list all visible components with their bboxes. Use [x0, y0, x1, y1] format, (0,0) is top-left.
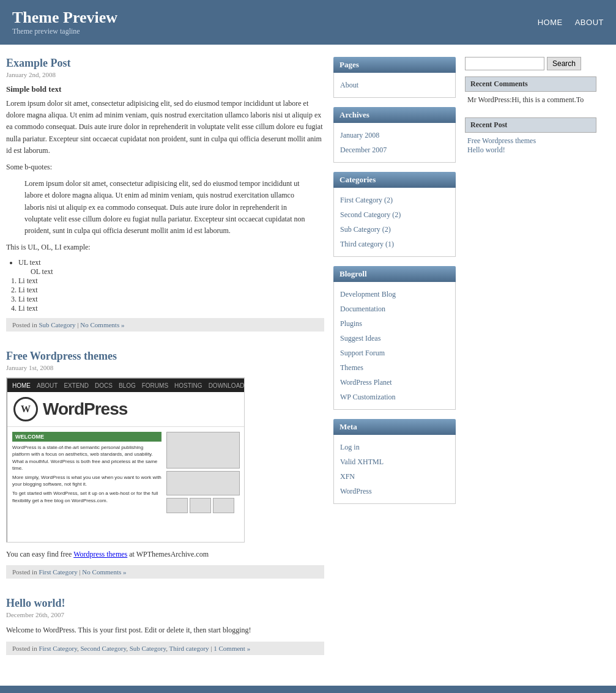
post-body-1: Lorem ipsum dolor sit amet, consectetur …: [6, 98, 324, 157]
post-date-hello: December 26th, 2007: [6, 611, 324, 618]
widget-recent-comments: Recent Comments Mr WordPress:Hi, this is…: [465, 76, 596, 108]
blogroll-plugins[interactable]: Plugins: [340, 316, 449, 331]
archives-link-dec2007[interactable]: December 2007: [340, 143, 449, 157]
post-body-hello: Welcome to WordPress. This is your first…: [6, 624, 324, 636]
wp-screenshot: HOME ABOUT EXTEND DOCS BLOG FORUMS HOSTI…: [6, 377, 245, 543]
post-cat-link-2[interactable]: First Category: [39, 568, 77, 576]
meta-xhtml[interactable]: Valid XHTML: [340, 454, 449, 469]
post-cat-link-3c[interactable]: Sub Category: [130, 645, 166, 652]
recent-post-1[interactable]: Free Wordpress themes: [467, 136, 536, 145]
widget-meta: Meta Log in Valid XHTML XFN WordPress: [333, 419, 456, 504]
widget-pages-content: About: [333, 73, 456, 98]
post-comments-link-3[interactable]: 1 Comment »: [213, 645, 250, 652]
post-cat-link-3b[interactable]: Second Category: [80, 645, 126, 652]
post-comments-link-2[interactable]: No Comments »: [82, 568, 126, 576]
footer-label-1: Posted in: [12, 321, 37, 328]
widget-meta-content: Log in Valid XHTML XFN WordPress: [333, 435, 456, 504]
blogroll-wp-planet[interactable]: WordPress Planet: [340, 375, 449, 390]
search-button[interactable]: Search: [547, 57, 581, 70]
post-blockquote: Lorem ipsum dolor sit amet, consectetur …: [24, 178, 306, 237]
recent-post-2[interactable]: Hello world!: [467, 146, 505, 154]
post-example: Example Post January 2nd, 2008 Simple bo…: [6, 57, 324, 332]
recent-comments-title: Recent Comments: [465, 76, 596, 92]
post-date-example: January 2nd, 2008: [6, 71, 324, 78]
post-comments-link-1[interactable]: No Comments »: [80, 321, 124, 328]
widget-meta-title: Meta: [333, 419, 456, 435]
cat-link-sub[interactable]: Sub Category (2): [340, 222, 449, 237]
post-free-wp: Free Wordpress themes January 1st, 2008 …: [6, 350, 324, 579]
post-footer-free-wp: Posted in First Category | No Comments »: [6, 565, 324, 579]
meta-wordpress[interactable]: WordPress: [340, 484, 449, 498]
blogroll-dev-blog[interactable]: Development Blog: [340, 287, 449, 302]
post-bquote-label: Some b-quotes:: [6, 161, 324, 173]
post-footer-hello: Posted in First Category, Second Categor…: [6, 642, 324, 655]
post-title-example: Example Post: [6, 57, 324, 70]
list-li-3: Li text: [18, 295, 324, 304]
list-li-1: Li text: [18, 276, 324, 286]
list-li-2: Li text: [18, 286, 324, 295]
blogroll-suggest-ideas[interactable]: Suggest Ideas: [340, 331, 449, 346]
post-body-free-wp: You can easy find free Wordpress themes …: [6, 549, 324, 560]
post-list-label: This is UL, OL, LI example:: [6, 242, 324, 253]
widget-archives-content: January 2008 December 2007: [333, 123, 456, 163]
list-item-ol: OL text: [31, 267, 324, 276]
list-li-4: Li text: [18, 304, 324, 313]
post-cat-link-3a[interactable]: First Category: [39, 645, 77, 652]
sidebar-right: Search Recent Comments Mr WordPress:Hi, …: [465, 57, 596, 673]
widget-archives: Archives January 2008 December 2007: [333, 107, 456, 163]
main-content: Example Post January 2nd, 2008 Simple bo…: [6, 57, 324, 673]
widget-pages-title: Pages: [333, 57, 456, 73]
post-title-link-free-wp[interactable]: Free Wordpress themes: [6, 350, 117, 362]
widget-recent-posts: Recent Post Free Wordpress themes Hello …: [465, 117, 596, 158]
footer-label-3: Posted in: [12, 645, 37, 652]
post-cat-link-1[interactable]: Sub Category: [39, 321, 75, 328]
post-list-section: UL text OL text Li text Li text Li text …: [6, 258, 324, 313]
post-title-link-example[interactable]: Example Post: [6, 57, 71, 69]
search-widget: Search: [465, 57, 596, 70]
blogroll-docs[interactable]: Documentation: [340, 302, 449, 316]
widget-blogroll-content: Development Blog Documentation Plugins S…: [333, 282, 456, 410]
post-body-text-free-wp: You can easy find free: [6, 550, 72, 558]
widget-categories: Categories First Category (2) Second Cat…: [333, 172, 456, 257]
pages-link-about[interactable]: About: [340, 78, 449, 92]
nav-home[interactable]: HOME: [538, 18, 563, 27]
post-hello-world: Hello world! December 26th, 2007 Welcome…: [6, 597, 324, 654]
site-title: Theme Preview: [12, 9, 117, 27]
widget-categories-title: Categories: [333, 172, 456, 188]
widget-blogroll: Blogroll Development Blog Documentation …: [333, 266, 456, 410]
meta-login[interactable]: Log in: [340, 440, 449, 454]
recent-comment-1: Mr WordPress:Hi, this is a comment.To: [467, 95, 584, 104]
nav-about[interactable]: ABOUT: [575, 18, 604, 27]
recent-posts-content: Free Wordpress themes Hello world!: [465, 133, 596, 158]
main-nav: HOME ABOUT: [538, 18, 604, 27]
archives-link-jan2008[interactable]: January 2008: [340, 128, 449, 143]
post-title-link-hello[interactable]: Hello world!: [6, 597, 65, 609]
recent-comments-content: Mr WordPress:Hi, this is a comment.To: [465, 92, 596, 108]
post-bold-text: Simple bold text: [6, 84, 324, 94]
widget-pages: Pages About: [333, 57, 456, 98]
widget-categories-content: First Category (2) Second Category (2) S…: [333, 188, 456, 257]
cat-link-third[interactable]: Third category (1): [340, 237, 449, 251]
blogroll-themes[interactable]: Themes: [340, 360, 449, 375]
post-title-free-wp: Free Wordpress themes: [6, 350, 324, 363]
widget-archives-title: Archives: [333, 107, 456, 123]
post-body-text2-free-wp: at WPThemesArchive.com: [129, 550, 209, 558]
footer-label-2: Posted in: [12, 568, 37, 576]
post-title-hello: Hello world!: [6, 597, 324, 610]
list-item-ul: UL text OL text: [18, 258, 324, 276]
wp-themes-link[interactable]: Wordpress themes: [73, 550, 127, 558]
cat-link-second[interactable]: Second Category (2): [340, 207, 449, 222]
search-input[interactable]: [465, 57, 544, 70]
blogroll-wp-customization[interactable]: WP Customization: [340, 390, 449, 404]
sidebar-left: Pages About Archives January 2008 Decemb…: [333, 57, 456, 673]
footer: Theme Preview is proudly powered by Word…: [0, 686, 616, 693]
site-tagline: Theme preview tagline: [12, 27, 117, 36]
recent-post-title: Recent Post: [465, 117, 596, 133]
post-date-free-wp: January 1st, 2008: [6, 364, 324, 371]
cat-link-first[interactable]: First Category (2): [340, 193, 449, 207]
widget-blogroll-title: Blogroll: [333, 266, 456, 282]
blogroll-support-forum[interactable]: Support Forum: [340, 346, 449, 360]
post-cat-link-3d[interactable]: Third category: [169, 645, 209, 652]
meta-xfn[interactable]: XFN: [340, 469, 449, 484]
post-footer-example: Posted in Sub Category | No Comments »: [6, 318, 324, 332]
